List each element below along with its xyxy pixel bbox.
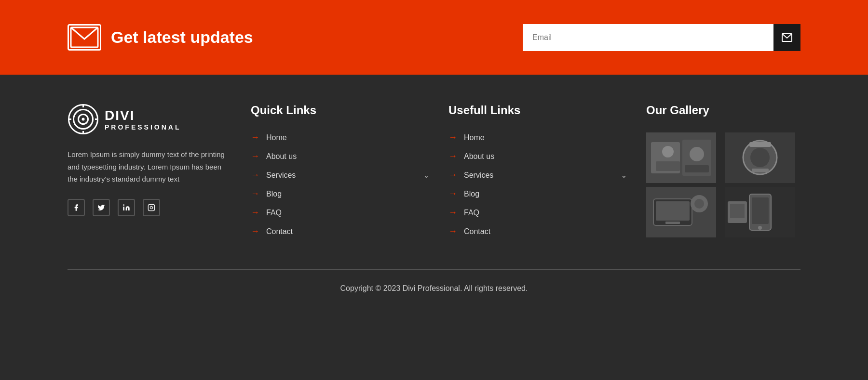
footer: DIVI PROFESSIONAL Lorem Ipsum is simply … xyxy=(0,75,868,312)
newsletter-left: Get latest updates xyxy=(68,24,253,51)
gallery-item-2[interactable] xyxy=(725,132,795,183)
svg-rect-27 xyxy=(656,201,690,221)
footer-divider xyxy=(68,269,800,270)
arrow-icon: → xyxy=(251,208,259,218)
linkedin-link[interactable] xyxy=(118,199,135,216)
mail-icon xyxy=(68,24,101,51)
arrow-icon: → xyxy=(448,132,457,143)
link-label: Contact xyxy=(464,227,490,236)
arrow-icon: → xyxy=(448,170,457,180)
svg-point-15 xyxy=(662,146,674,157)
svg-point-18 xyxy=(690,147,704,161)
useful-links-item-services[interactable]: → Services ⌄ xyxy=(448,170,627,180)
gallery-grid xyxy=(646,132,800,237)
useful-links-heading: Usefull Links xyxy=(448,104,627,117)
svg-rect-28 xyxy=(665,222,680,224)
arrow-icon: → xyxy=(251,170,259,180)
chevron-down-icon: ⌄ xyxy=(621,171,627,179)
link-label: About us xyxy=(266,152,297,161)
gallery-item-3[interactable] xyxy=(646,187,716,237)
svg-rect-23 xyxy=(749,142,771,147)
link-label: Contact xyxy=(266,227,293,236)
arrow-icon: → xyxy=(251,226,259,236)
brand-sub: PROFESSIONAL xyxy=(105,123,181,131)
quick-links-item-faq[interactable]: → FAQ xyxy=(251,208,429,218)
instagram-link[interactable] xyxy=(143,199,160,216)
arrow-icon: → xyxy=(448,208,457,218)
arrow-icon: → xyxy=(251,132,259,143)
social-links xyxy=(68,199,231,216)
gallery-item-4[interactable] xyxy=(725,187,795,237)
svg-rect-19 xyxy=(685,165,709,172)
twitter-link[interactable] xyxy=(93,199,110,216)
quick-links-item-about[interactable]: → About us xyxy=(251,151,429,161)
link-label: Services xyxy=(266,171,296,180)
svg-rect-36 xyxy=(730,204,745,218)
useful-links-column: Usefull Links → Home → About us → Servic… xyxy=(448,104,627,245)
quick-links-item-blog[interactable]: → Blog xyxy=(251,189,429,199)
svg-point-10 xyxy=(123,204,124,206)
link-label: Home xyxy=(464,133,485,142)
brand-column: DIVI PROFESSIONAL Lorem Ipsum is simply … xyxy=(68,104,231,245)
gallery-item-1[interactable] xyxy=(646,132,716,183)
brand-text: DIVI PROFESSIONAL xyxy=(105,108,181,131)
useful-links-item-contact[interactable]: → Contact xyxy=(448,226,627,236)
brand-name: DIVI xyxy=(105,108,181,123)
link-label: FAQ xyxy=(266,209,282,217)
gallery-column: Our Gallery xyxy=(646,104,800,245)
arrow-icon: → xyxy=(448,151,457,161)
link-label: Services xyxy=(464,171,493,180)
svg-rect-33 xyxy=(752,197,769,224)
quick-links-item-services[interactable]: → Services ⌄ xyxy=(251,170,429,180)
facebook-link[interactable] xyxy=(68,199,85,216)
useful-links-item-about[interactable]: → About us xyxy=(448,151,627,161)
link-label: Home xyxy=(266,133,287,142)
link-label: Blog xyxy=(266,190,282,198)
svg-rect-16 xyxy=(656,161,680,171)
newsletter-form xyxy=(523,24,800,51)
arrow-icon: → xyxy=(448,226,457,236)
arrow-icon: → xyxy=(448,189,457,199)
newsletter-bar: Get latest updates xyxy=(0,0,868,75)
link-label: FAQ xyxy=(464,209,479,217)
footer-copyright: Copyright © 2023 Divi Professional. All … xyxy=(68,284,800,293)
svg-rect-24 xyxy=(752,169,769,172)
arrow-icon: → xyxy=(251,151,259,161)
brand-description: Lorem Ipsum is simply dummy text of the … xyxy=(68,148,231,185)
useful-links-item-blog[interactable]: → Blog xyxy=(448,189,627,199)
footer-grid: DIVI PROFESSIONAL Lorem Ipsum is simply … xyxy=(68,104,800,245)
submit-button[interactable] xyxy=(773,24,800,51)
link-label: Blog xyxy=(464,190,479,198)
link-label: About us xyxy=(464,152,494,161)
brand-logo: DIVI PROFESSIONAL xyxy=(68,104,231,135)
useful-links-item-home[interactable]: → Home xyxy=(448,132,627,143)
svg-point-34 xyxy=(758,226,762,230)
arrow-icon: → xyxy=(251,189,259,199)
svg-point-22 xyxy=(750,148,770,167)
newsletter-title: Get latest updates xyxy=(111,28,253,47)
svg-point-30 xyxy=(694,199,704,209)
quick-links-item-home[interactable]: → Home xyxy=(251,132,429,143)
gallery-heading: Our Gallery xyxy=(646,104,800,117)
quick-links-column: Quick Links → Home → About us → Services… xyxy=(251,104,429,245)
svg-point-5 xyxy=(82,118,85,121)
email-input[interactable] xyxy=(523,24,773,51)
svg-rect-11 xyxy=(148,204,154,210)
quick-links-heading: Quick Links xyxy=(251,104,429,117)
useful-links-item-faq[interactable]: → FAQ xyxy=(448,208,627,218)
chevron-down-icon: ⌄ xyxy=(423,171,429,179)
quick-links-item-contact[interactable]: → Contact xyxy=(251,226,429,236)
